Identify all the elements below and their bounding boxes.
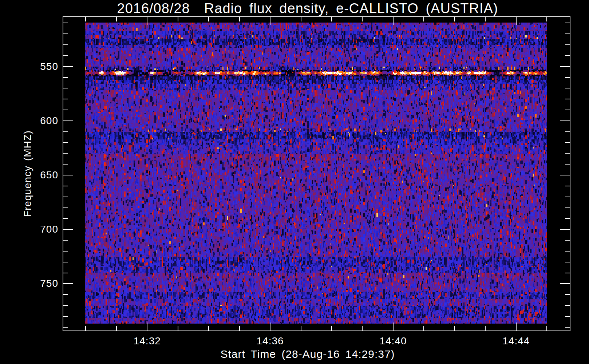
y-axis-tick (560, 120, 570, 121)
chart-title: 2016/08/28 Radio flux density, e-CALLIST… (89, 1, 526, 16)
y-axis-tick (565, 99, 570, 99)
y-axis-tick (63, 33, 68, 34)
y-axis-tick (565, 316, 570, 317)
y-axis-tick (63, 142, 68, 143)
x-axis-tick (116, 326, 117, 331)
y-axis-tick (565, 240, 570, 241)
y-axis-tick (63, 294, 68, 295)
y-axis-tick (565, 186, 570, 186)
y-axis-tick (565, 207, 570, 208)
y-axis-tick (63, 88, 68, 88)
y-axis-tick (63, 186, 68, 186)
y-axis-tick (560, 175, 570, 175)
y-axis-tick (63, 283, 73, 284)
y-axis-tick (560, 229, 570, 230)
x-axis-tick (208, 326, 209, 331)
y-axis-tick (565, 164, 570, 165)
y-axis-tick (565, 273, 570, 273)
x-axis-tick (454, 326, 455, 331)
x-axis-tick (362, 17, 363, 21)
y-axis-tick (565, 251, 570, 252)
y-axis-tick (565, 218, 570, 219)
y-axis-tick (63, 120, 73, 121)
spectrogram-heatmap (85, 23, 547, 324)
spectrogram-page: { "figure": { "title": "2016/08/28 Radio… (0, 0, 589, 364)
x-axis-tick (239, 326, 240, 331)
y-axis-tick (63, 77, 68, 78)
y-axis-tick (63, 229, 73, 230)
y-axis-tick (63, 131, 68, 132)
y-axis-tick (63, 262, 68, 262)
y-axis-tick (63, 273, 68, 273)
y-axis-tick (565, 55, 570, 56)
y-axis-tick (63, 175, 73, 175)
x-axis-tick (85, 326, 86, 331)
x-axis-tick (423, 17, 424, 21)
x-axis-tick (301, 17, 301, 21)
y-axis-tick (565, 77, 570, 78)
x-tick-label: 14:36 (245, 336, 296, 347)
y-axis-tick (565, 44, 570, 45)
y-axis-tick (63, 44, 68, 45)
x-axis-tick (301, 326, 301, 331)
y-axis-tick (63, 164, 68, 165)
y-axis-tick (565, 153, 570, 154)
x-axis-tick (178, 17, 178, 21)
y-axis-tick (560, 283, 570, 284)
y-tick-label: 550 (11, 61, 58, 72)
x-axis-tick (485, 17, 486, 21)
x-axis-tick (516, 17, 517, 25)
x-axis-tick (116, 17, 117, 21)
y-axis-tick (63, 197, 68, 197)
y-axis-tick (565, 327, 570, 328)
x-tick-label: 14:44 (491, 336, 542, 347)
x-axis-tick (485, 326, 486, 331)
x-axis-tick (546, 17, 547, 21)
y-axis-tick (63, 218, 68, 219)
x-tick-label: 14:40 (368, 336, 419, 347)
x-axis-tick (147, 323, 147, 331)
y-tick-label: 600 (11, 115, 58, 126)
y-axis-tick (565, 262, 570, 262)
y-axis-tick (565, 131, 570, 132)
x-axis-tick (516, 323, 517, 331)
x-axis-tick (178, 326, 178, 331)
y-axis-tick (565, 142, 570, 143)
y-axis-tick (63, 305, 68, 306)
y-axis-tick (63, 110, 68, 110)
y-axis-title: Frequency (MHZ) (22, 130, 33, 217)
x-axis-tick (393, 323, 394, 331)
y-axis-tick (63, 207, 68, 208)
x-axis-tick (454, 17, 455, 21)
x-axis-tick (331, 326, 332, 331)
y-axis-tick (63, 66, 73, 67)
y-axis-tick (63, 153, 68, 154)
y-axis-tick (565, 294, 570, 295)
x-axis-tick (270, 323, 270, 331)
x-axis-tick (147, 17, 147, 25)
y-axis-tick (565, 110, 570, 110)
y-axis-tick (565, 23, 570, 23)
x-axis-tick (85, 17, 86, 21)
x-axis-tick (239, 17, 240, 21)
y-axis-tick (63, 251, 68, 252)
x-axis-tick (546, 326, 547, 331)
y-tick-label: 750 (11, 278, 58, 289)
y-tick-label: 700 (11, 224, 58, 235)
y-axis-tick (565, 33, 570, 34)
x-axis-tick (331, 17, 332, 21)
x-axis-tick (362, 326, 363, 331)
y-axis-tick (565, 88, 570, 88)
x-axis-title: Start Time (28-Aug-16 14:29:37) (126, 348, 490, 360)
x-tick-label: 14:32 (122, 336, 173, 347)
y-axis-tick (63, 99, 68, 99)
x-axis-tick (393, 17, 394, 25)
x-axis-tick (423, 326, 424, 331)
y-axis-tick (560, 66, 570, 67)
y-axis-tick (63, 55, 68, 56)
y-axis-tick (63, 316, 68, 317)
y-tick-label: 650 (11, 170, 58, 181)
y-axis-tick (565, 197, 570, 197)
y-axis-tick (63, 327, 68, 328)
y-axis-tick (63, 240, 68, 241)
